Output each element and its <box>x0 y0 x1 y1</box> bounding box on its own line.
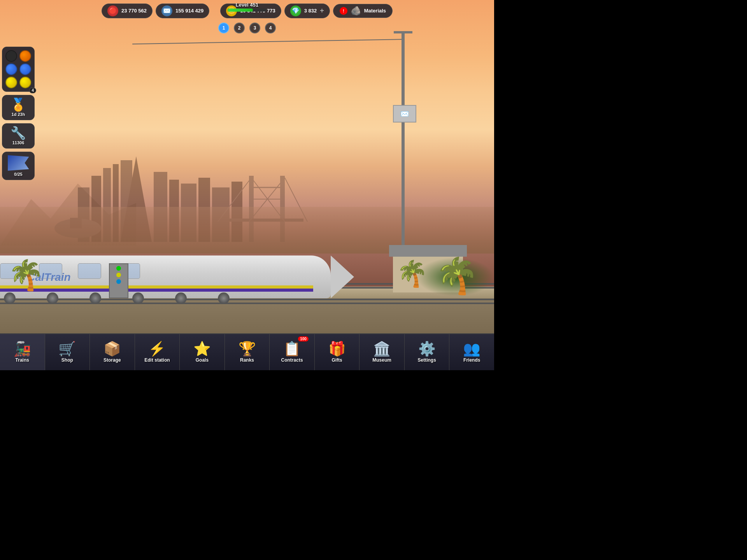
tl-light-dark-1 <box>5 50 17 62</box>
top-hud: 🔴 23 770 562 ✉️ 155 914 429 Level 451 🪙 … <box>0 0 494 21</box>
palm-tree-right2: 🌴 <box>396 259 428 289</box>
materials-display[interactable]: ! 🪨 Materials <box>333 4 393 18</box>
page-dot-1[interactable]: 1 <box>218 23 229 33</box>
nav-museum[interactable]: 🏛️ Museum <box>359 334 405 370</box>
door-light-green <box>116 266 121 271</box>
storage-label: Storage <box>103 357 121 363</box>
gifts-label: Gifts <box>331 357 342 363</box>
edit-station-label: Edit station <box>144 357 170 363</box>
contracts-badge: 100 <box>298 336 309 341</box>
gem-icon: 💎 <box>290 5 301 16</box>
nav-friends[interactable]: 👥 Friends <box>449 334 494 370</box>
tl-light-orange <box>19 50 31 62</box>
tl-light-blue-1 <box>5 63 17 75</box>
trains-label: Trains <box>16 357 29 363</box>
nav-trains[interactable]: 🚂 Trains <box>0 334 45 370</box>
train-wheels <box>0 292 331 304</box>
level-display: Level 451 <box>228 2 267 12</box>
level-label: Level 451 <box>228 2 267 8</box>
train-stripe-purple <box>0 289 313 292</box>
museum-icon: 🏛️ <box>373 342 391 356</box>
door-light-blue <box>116 279 121 284</box>
notification-badge: ! <box>340 7 347 15</box>
mail-currency-display[interactable]: ✉️ 155 914 429 <box>156 4 209 18</box>
train: CalTrain <box>0 248 331 298</box>
train-wheel <box>89 292 101 304</box>
door-light-yellow <box>116 273 121 277</box>
train-wheel <box>47 292 58 304</box>
level-fill <box>228 9 253 12</box>
museum-label: Museum <box>372 357 391 363</box>
whistle-count: 11306 <box>12 140 25 145</box>
page-dot-4[interactable]: 4 <box>265 23 276 33</box>
settings-label: Settings <box>418 357 436 363</box>
traffic-light[interactable]: 4 <box>2 47 35 92</box>
train-window <box>78 263 101 279</box>
mail-currency-value: 155 914 429 <box>175 8 203 14</box>
goals-label: Goals <box>196 357 209 363</box>
train-wheel <box>175 292 187 304</box>
contracts-label: Contracts <box>281 357 303 363</box>
goals-icon: ⭐ <box>193 342 211 356</box>
traffic-light-badge: 4 <box>29 88 36 93</box>
train-wheel <box>4 292 16 304</box>
ranks-label: Ranks <box>240 357 254 363</box>
page-dot-3[interactable]: 3 <box>249 23 260 33</box>
nav-settings[interactable]: ⚙️ Settings <box>405 334 450 370</box>
materials-icon: 🪨 <box>351 6 361 16</box>
whistle-button[interactable]: 🔧 11306 <box>2 123 35 149</box>
friends-label: Friends <box>463 357 480 363</box>
nav-goals[interactable]: ⭐ Goals <box>180 334 225 370</box>
edit-station-icon: ⚡ <box>148 342 166 356</box>
train-wheel <box>132 292 144 304</box>
tl-light-yellow-1 <box>5 77 17 88</box>
tl-light-yellow-2 <box>19 77 31 88</box>
settings-icon: ⚙️ <box>418 342 436 356</box>
nav-shop[interactable]: 🛒 Shop <box>45 334 90 370</box>
gifts-icon: 🎁 <box>328 342 346 356</box>
palm-tree-left: 🌴 <box>8 258 44 292</box>
friends-icon: 👥 <box>463 342 480 356</box>
storage-icon: 📦 <box>103 342 121 356</box>
red-currency-value: 23 770 562 <box>121 8 147 14</box>
shop-label: Shop <box>61 357 73 363</box>
whistle-icon: 🔧 <box>11 127 26 139</box>
train-body: CalTrain <box>0 256 331 298</box>
mail-icon: ✉️ <box>161 5 172 16</box>
train-wheel <box>218 292 230 304</box>
event-icon: 🏅 <box>11 98 26 111</box>
pole-mailbox: ✉️ <box>393 105 416 122</box>
flag-count: 0/25 <box>14 172 22 177</box>
shelter-roof <box>389 245 467 257</box>
ranks-icon: 🏆 <box>238 342 256 356</box>
event-timer: 1d 23h <box>12 112 25 117</box>
gem-currency-value: 3 832 <box>304 8 317 14</box>
flag-button[interactable]: 0/25 <box>2 152 35 180</box>
train-stripe-yellow <box>0 285 313 289</box>
page-dots: 1 2 3 4 <box>218 23 276 33</box>
traffic-light-row-1 <box>5 50 31 62</box>
left-panel: 4 🏅 1d 23h 🔧 11306 0/25 <box>2 47 35 180</box>
nav-storage[interactable]: 📦 Storage <box>90 334 135 370</box>
gem-plus-button[interactable]: + <box>320 7 324 15</box>
nav-edit-station[interactable]: ⚡ Edit station <box>135 334 180 370</box>
flag-icon <box>8 155 29 171</box>
nav-ranks[interactable]: 🏆 Ranks <box>225 334 270 370</box>
red-currency-display[interactable]: 🔴 23 770 562 <box>102 4 153 18</box>
trains-icon: 🚂 <box>14 342 31 356</box>
red-gem-icon: 🔴 <box>107 5 118 16</box>
level-bar <box>228 9 267 12</box>
contracts-icon: 📋 <box>283 342 301 356</box>
tl-light-blue-2 <box>19 63 31 75</box>
materials-label: Materials <box>364 8 386 14</box>
nav-gifts[interactable]: 🎁 Gifts <box>315 334 360 370</box>
traffic-light-row-2 <box>5 63 31 75</box>
gem-currency-display[interactable]: 💎 3 832 + <box>284 4 330 18</box>
shop-icon: 🛒 <box>58 342 76 356</box>
traffic-light-row-3 <box>5 77 31 88</box>
train-nose <box>331 256 354 298</box>
event-button[interactable]: 🏅 1d 23h <box>2 95 35 120</box>
nav-contracts[interactable]: 100 📋 Contracts <box>270 334 315 370</box>
palm-tree-right: 🌴 <box>435 256 479 296</box>
page-dot-2[interactable]: 2 <box>234 23 245 33</box>
